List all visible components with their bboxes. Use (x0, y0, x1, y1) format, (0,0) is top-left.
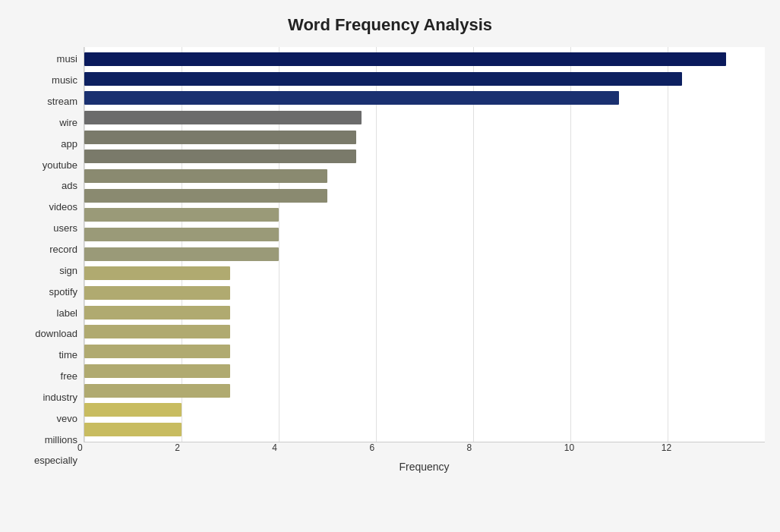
bar-row-stream (84, 90, 765, 106)
bar-row-sign (84, 246, 765, 263)
bar-musi (84, 52, 726, 66)
y-label-download: download (35, 324, 77, 344)
y-label-app: app (61, 134, 77, 153)
bar-row-youtube (84, 148, 765, 165)
bar-row-especially (84, 421, 765, 438)
bar-ads (84, 169, 327, 183)
bars-and-xaxis: 024681012 Frequency (84, 47, 765, 473)
x-tick-2: 2 (175, 442, 180, 453)
bar-music (84, 72, 682, 86)
bar-row-vevo (84, 382, 765, 399)
bar-row-record (84, 226, 765, 243)
y-label-stream: stream (47, 92, 77, 112)
y-label-youtube: youtube (43, 155, 77, 175)
y-label-millions: millions (45, 430, 77, 449)
bar-row-musi (84, 51, 765, 68)
y-label-sign: sign (59, 260, 77, 280)
bar-row-users (84, 206, 765, 223)
bar-record (84, 228, 279, 241)
x-axis: 024681012 (84, 442, 765, 458)
bar-label (84, 286, 230, 300)
y-label-musi: musi (57, 49, 77, 69)
bar-download (84, 306, 230, 320)
x-axis-label: Frequency (84, 461, 765, 473)
chart-area: musimusicstreamwireappyoutubeadsvideosus… (15, 47, 765, 473)
bar-youtube (84, 150, 356, 163)
bar-videos (84, 189, 327, 203)
bar-row-download (84, 304, 765, 321)
bar-vevo (84, 384, 230, 398)
y-label-ads: ads (62, 176, 77, 196)
y-label-free: free (61, 367, 77, 386)
bar-row-free (84, 343, 765, 360)
bar-row-time (84, 323, 765, 340)
chart-title: Word Frequency Analysis (15, 15, 765, 35)
y-label-label: label (57, 303, 77, 323)
bar-row-spotify (84, 265, 765, 282)
bar-free (84, 345, 230, 358)
y-label-record: record (49, 240, 77, 260)
y-label-spotify: spotify (49, 282, 77, 301)
y-label-users: users (53, 219, 77, 238)
bars-inner (84, 47, 765, 442)
bar-row-videos (84, 187, 765, 204)
y-label-industry: industry (43, 387, 77, 407)
bar-stream (84, 91, 619, 105)
bar-time (84, 325, 230, 338)
bar-sign (84, 247, 279, 261)
bar-row-industry (84, 363, 765, 379)
chart-container: Word Frequency Analysis musimusicstreamw… (0, 0, 780, 532)
bar-row-millions (84, 401, 765, 418)
bar-industry (84, 364, 230, 378)
y-label-music: music (52, 71, 77, 90)
bar-row-music (84, 71, 765, 87)
y-label-videos: videos (49, 197, 77, 217)
bar-row-app (84, 129, 765, 146)
bar-row-label (84, 285, 765, 301)
y-label-vevo: vevo (57, 408, 77, 428)
bar-users (84, 208, 279, 222)
bar-millions (84, 403, 182, 417)
y-label-especially: especially (34, 451, 77, 471)
x-tick-6: 6 (369, 442, 374, 453)
bar-app (84, 131, 356, 144)
y-label-wire: wire (59, 112, 77, 132)
x-tick-12: 12 (662, 442, 671, 453)
y-axis-labels: musimusicstreamwireappyoutubeadsvideosus… (15, 47, 84, 473)
y-label-time: time (58, 345, 77, 365)
x-tick-0: 0 (77, 442, 83, 453)
x-tick-4: 4 (272, 442, 277, 453)
bar-row-wire (84, 109, 765, 126)
x-tick-8: 8 (467, 442, 472, 453)
bar-spotify (84, 266, 230, 280)
bar-wire (84, 111, 362, 124)
x-tick-10: 10 (564, 442, 574, 453)
bar-especially (84, 423, 182, 436)
bar-row-ads (84, 168, 765, 184)
bars-area (84, 47, 765, 442)
